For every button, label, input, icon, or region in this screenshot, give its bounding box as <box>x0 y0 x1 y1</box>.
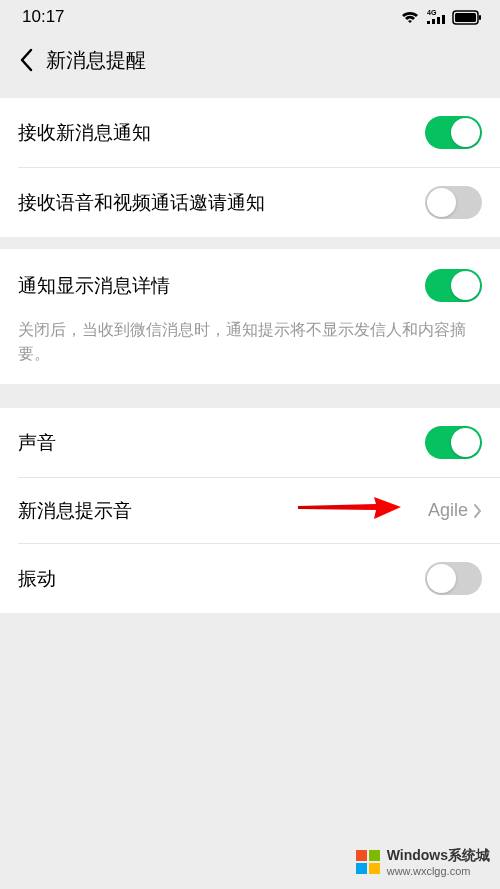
label-receive-voice-video: 接收语音和视频通话邀请通知 <box>18 190 265 216</box>
toggle-receive-voice-video[interactable] <box>425 186 482 219</box>
svg-rect-10 <box>356 863 367 874</box>
label-show-details: 通知显示消息详情 <box>18 273 170 299</box>
status-icons: 4G <box>400 9 482 25</box>
watermark-url: www.wxclgg.com <box>387 865 490 877</box>
svg-rect-2 <box>432 19 435 24</box>
svg-rect-11 <box>369 863 380 874</box>
battery-icon <box>452 10 482 25</box>
svg-rect-3 <box>437 17 440 24</box>
label-notification-sound: 新消息提示音 <box>18 498 132 524</box>
row-receive-voice-video[interactable]: 接收语音和视频通话邀请通知 <box>0 168 500 237</box>
svg-rect-4 <box>442 15 445 24</box>
toggle-vibrate[interactable] <box>425 562 482 595</box>
section-sound-vibrate: 声音 新消息提示音 Agile 振动 <box>0 408 500 613</box>
row-notification-sound[interactable]: 新消息提示音 Agile <box>0 478 500 543</box>
label-sound: 声音 <box>18 430 56 456</box>
svg-text:4G: 4G <box>427 9 437 16</box>
section-notifications: 接收新消息通知 接收语音和视频通话邀请通知 <box>0 98 500 237</box>
svg-rect-1 <box>427 21 430 24</box>
section-details: 通知显示消息详情 关闭后，当收到微信消息时，通知提示将不显示发信人和内容摘要。 <box>0 249 500 384</box>
row-vibrate[interactable]: 振动 <box>0 544 500 613</box>
svg-rect-6 <box>455 13 476 22</box>
status-time: 10:17 <box>22 7 65 27</box>
label-vibrate: 振动 <box>18 566 56 592</box>
status-bar: 10:17 4G <box>0 0 500 34</box>
nav-header: 新消息提醒 <box>0 34 500 86</box>
svg-rect-7 <box>479 15 481 20</box>
chevron-left-icon <box>19 48 33 72</box>
watermark: Windows系统城 www.wxclgg.com <box>354 847 490 877</box>
description-show-details: 关闭后，当收到微信消息时，通知提示将不显示发信人和内容摘要。 <box>0 314 500 384</box>
page-title: 新消息提醒 <box>46 47 146 74</box>
toggle-sound[interactable] <box>425 426 482 459</box>
watermark-logo-icon <box>354 848 382 876</box>
watermark-name: Windows系统城 <box>387 847 490 865</box>
svg-rect-8 <box>356 850 367 861</box>
value-notification-sound: Agile <box>428 500 482 521</box>
row-sound[interactable]: 声音 <box>0 408 500 477</box>
svg-rect-9 <box>369 850 380 861</box>
back-button[interactable] <box>10 44 42 76</box>
row-receive-new-messages[interactable]: 接收新消息通知 <box>0 98 500 167</box>
toggle-show-details[interactable] <box>425 269 482 302</box>
chevron-right-icon <box>473 503 482 519</box>
signal-icon: 4G <box>426 9 446 25</box>
wifi-icon <box>400 9 420 25</box>
label-receive-new-messages: 接收新消息通知 <box>18 120 151 146</box>
toggle-receive-new-messages[interactable] <box>425 116 482 149</box>
row-show-details[interactable]: 通知显示消息详情 <box>0 249 500 314</box>
